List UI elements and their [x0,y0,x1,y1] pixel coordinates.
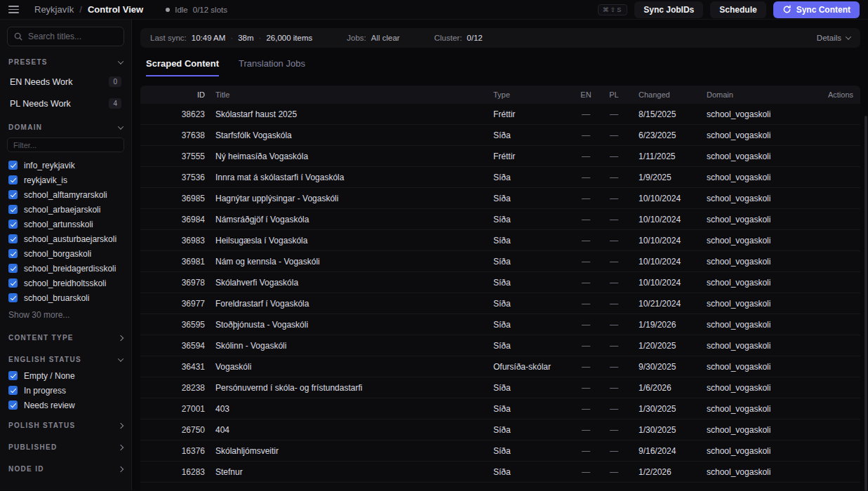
cell-en-status: — [572,341,600,351]
cell-title[interactable]: 403 [205,404,483,414]
cell-title[interactable]: Vogaskóli [205,362,483,372]
cell-title[interactable]: Skólahljómsveitir [205,446,483,456]
checkbox-checked-icon[interactable] [8,161,18,170]
cell-title[interactable]: 404 [205,425,483,435]
domain-filter-input[interactable]: Filter... [7,137,124,152]
domain-checkbox-item[interactable]: reykjavik_is [7,173,124,187]
cell-en-status: — [572,215,600,224]
domain-checkbox-item[interactable]: info_reykjavik [7,158,124,173]
checkbox-checked-icon[interactable] [8,205,18,214]
checkbox-checked-icon[interactable] [8,293,18,302]
sync-content-button[interactable]: Sync Content [773,1,860,18]
section-presets[interactable]: PRESETS [7,49,124,71]
english-status-checkbox-item[interactable]: Needs review [7,398,124,412]
cell-changed: 6/23/2025 [628,130,696,140]
domain-checkbox-item[interactable]: school_borgaskoli [7,246,124,261]
cell-changed: 10/10/2024 [628,215,696,224]
table-row[interactable]: 37555 Ný heimasíða Vogaskóla Fréttir — —… [140,146,860,167]
english-status-option-label: Needs review [24,401,75,410]
cell-pl-status: — [600,173,628,182]
table-row[interactable]: 37536 Innra mat á skólastarfi í Vogaskól… [140,167,860,188]
table-row[interactable]: 16376 Skólahljómsveitir Síða — — 9/16/20… [140,440,860,462]
cell-domain: school_vogaskoli [696,152,822,161]
domain-checkbox-item[interactable]: school_artunsskoli [7,217,124,231]
english-status-checkbox-item[interactable]: Empty / None [7,368,124,383]
domain-checkbox-item[interactable]: school_bruarskoli [7,290,124,305]
checkbox-checked-icon[interactable] [8,234,18,243]
tab-scraped-content[interactable]: Scraped Content [146,58,219,76]
table-row[interactable]: 36595 Stoðþjónusta - Vogaskóli Síða — — … [140,314,860,335]
search-icon [14,32,22,41]
sync-jobids-button[interactable]: Sync JobIDs [634,1,703,18]
breadcrumb-parent[interactable]: Reykjavík [34,4,74,15]
cell-title[interactable]: Ný heimasíða Vogaskóla [205,152,483,161]
menu-icon[interactable] [8,6,19,13]
section-domain[interactable]: DOMAIN [7,114,124,136]
section-polish-status[interactable]: POLISH STATUS [7,412,124,434]
table-row[interactable]: 26750 404 Síða — — 1/30/2025 school_voga… [140,419,860,440]
checkbox-checked-icon[interactable] [8,190,18,199]
schedule-button[interactable]: Schedule [710,1,766,18]
section-english-status[interactable]: ENGLISH STATUS [7,347,124,368]
domain-checkbox-item[interactable]: school_austurbaejarskoli [7,231,124,246]
table-row[interactable]: 38623 Skólastarf haust 2025 Fréttir — — … [140,104,860,125]
checkbox-checked-icon[interactable] [8,386,18,395]
domain-checkbox-item[interactable]: school_arbaejarskoli [7,202,124,217]
domain-option-label: school_borgaskoli [24,249,91,259]
table-row[interactable]: 37638 Starfsfólk Vogaskóla Síða — — 6/23… [140,125,860,146]
table-row[interactable]: 36978 Skólahverfi Vogaskóla Síða — — 10/… [140,272,860,293]
cell-pl-status: — [600,215,628,224]
cell-title[interactable]: Stoðþjónusta - Vogaskóli [205,320,483,330]
cell-title[interactable]: Foreldrastarf í Vogaskóla [205,299,483,309]
cell-title[interactable]: Skólastarf haust 2025 [205,109,483,119]
checkbox-checked-icon[interactable] [8,264,18,273]
table-row[interactable]: 36594 Skólinn - Vogaskóli Síða — — 1/20/… [140,335,860,356]
cell-title[interactable]: Hagnýtar upplýsingar - Vogaskóli [205,194,483,203]
cell-title[interactable]: Skólinn - Vogaskóli [205,341,483,351]
chevron-down-icon [118,356,123,361]
domain-checkbox-item[interactable]: school_breidagerdisskoli [7,261,124,276]
cell-type: Síða [483,215,572,224]
section-content-type[interactable]: CONTENT TYPE [7,325,124,347]
cell-title[interactable]: Heilsugæsla í Vogaskóla [205,236,483,246]
cell-domain: school_vogaskoli [696,130,822,140]
show-more-link[interactable]: Show 30 more... [7,305,124,325]
cell-title[interactable]: Stefnur [205,467,483,477]
table-row[interactable]: 16283 Stefnur Síða — — 1/2/2026 school_v… [140,462,860,483]
details-button[interactable]: Details [817,34,850,42]
cell-id: 16376 [170,446,205,456]
section-published[interactable]: PUBLISHED [7,434,124,456]
table-row[interactable]: 36431 Vogaskóli Ofursíða-skólar — — 9/30… [140,356,860,377]
domain-option-label: info_reykjavik [24,161,75,170]
checkbox-checked-icon[interactable] [8,220,18,229]
section-node-id[interactable]: NODE ID [7,456,124,478]
checkbox-checked-icon[interactable] [8,278,18,288]
table-row[interactable]: 27001 403 Síða — — 1/30/2025 school_voga… [140,398,860,419]
table-row[interactable]: 36977 Foreldrastarf í Vogaskóla Síða — —… [140,293,860,314]
table-row[interactable]: 36984 Námsráðgjöf í Vogaskóla Síða — — 1… [140,209,860,230]
domain-checkbox-item[interactable]: school_breidholtsskoli [7,276,124,290]
cell-title[interactable]: Nám og kennsla - Vogaskóli [205,257,483,267]
checkbox-checked-icon[interactable] [8,371,18,380]
checkbox-checked-icon[interactable] [8,249,18,258]
table-row[interactable]: 36981 Nám og kennsla - Vogaskóli Síða — … [140,251,860,272]
english-status-checkbox-item[interactable]: In progress [7,383,124,398]
domain-checkbox-item[interactable]: school_alftamyrarskoli [7,187,124,202]
tab-translation-jobs[interactable]: Translation Jobs [239,58,305,76]
cell-title[interactable]: Persónuvernd í skóla- og frístundastarfi [205,383,483,393]
preset-item[interactable]: PL Needs Work 4 [7,93,124,114]
table-row[interactable]: 28238 Persónuvernd í skóla- og frístunda… [140,377,860,398]
cell-domain: school_vogaskoli [696,383,822,393]
table-row[interactable]: 36985 Hagnýtar upplýsingar - Vogaskóli S… [140,188,860,209]
cell-title[interactable]: Innra mat á skólastarfi í Vogaskóla [205,173,483,182]
checkbox-checked-icon[interactable] [8,175,18,184]
cell-title[interactable]: Námsráðgjöf í Vogaskóla [205,215,483,224]
table-row-partial [140,483,860,491]
preset-item[interactable]: EN Needs Work 0 [7,71,124,93]
cell-title[interactable]: Starfsfólk Vogaskóla [205,130,483,140]
search-input[interactable]: Search titles... [7,27,124,46]
cell-title[interactable]: Skólahverfi Vogaskóla [205,278,483,288]
vertical-scrollbar[interactable] [864,116,867,491]
table-row[interactable]: 36983 Heilsugæsla í Vogaskóla Síða — — 1… [140,230,860,251]
checkbox-checked-icon[interactable] [8,401,18,410]
